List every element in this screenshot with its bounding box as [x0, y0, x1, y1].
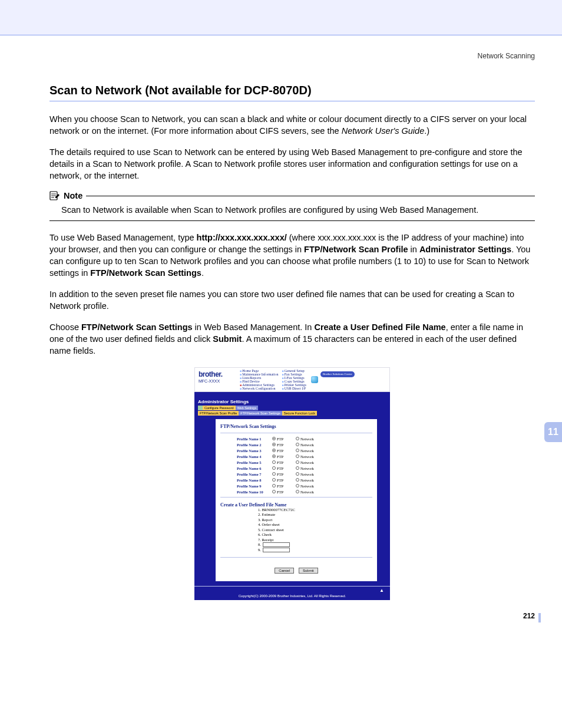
nav-link[interactable]: Network Configuration — [240, 387, 278, 390]
note-block: Note Scan to Network is available when S… — [49, 191, 535, 221]
profile-row: Profile Name 7FTPNetwork — [220, 471, 372, 477]
text: Choose — [49, 322, 81, 332]
preset-filename: 6. Check — [220, 532, 372, 537]
preset-filename: 1. BRN000077CEC72C — [220, 508, 372, 512]
text: . — [201, 268, 204, 278]
option-network: Network — [300, 443, 314, 447]
radio-ftp[interactable] — [272, 490, 276, 493]
wbm-copyright: Copyright(C) 2000-2009 Brother Industrie… — [194, 593, 390, 600]
radio-network[interactable] — [296, 466, 299, 470]
profile-label: Profile Name 4 — [237, 454, 272, 459]
option-ftp: FTP — [277, 460, 296, 465]
nav-link[interactable]: USB Direct I/F — [282, 387, 306, 390]
radio-network[interactable] — [296, 437, 299, 440]
text-bold: Administrator Settings — [419, 245, 511, 254]
user-filename-8: 8. — [220, 542, 372, 547]
radio-ftp[interactable] — [272, 484, 276, 487]
option-network: Network — [300, 437, 314, 441]
paragraph-4: In addition to the seven preset file nam… — [49, 288, 535, 312]
preset-filename: 5. Contract sheet — [220, 528, 372, 532]
tab[interactable]: FTP/Network Scan Settings — [239, 411, 282, 416]
solutions-center-button[interactable]: Brother Solutions Center — [320, 371, 355, 377]
brother-logo: brother. — [199, 370, 240, 378]
option-network: Network — [300, 472, 314, 476]
profile-row: Profile Name 1FTPNetwork — [220, 436, 372, 442]
up-triangle-icon[interactable]: ▲ — [194, 587, 390, 593]
option-ftp: FTP — [277, 484, 296, 488]
chapter-tab: 11 — [544, 422, 562, 442]
radio-network[interactable] — [296, 484, 299, 487]
tab — [198, 406, 203, 410]
user-filename-input-8[interactable] — [263, 542, 290, 547]
radio-ftp[interactable] — [272, 443, 276, 446]
profile-label: Profile Name 9 — [237, 484, 272, 488]
radio-network[interactable] — [296, 449, 299, 452]
profile-row: Profile Name 3FTPNetwork — [220, 447, 372, 453]
radio-ftp[interactable] — [272, 454, 276, 458]
radio-ftp[interactable] — [272, 437, 276, 440]
radio-network[interactable] — [296, 490, 299, 493]
model-label: MFC-XXXX — [199, 379, 240, 383]
profile-row: Profile Name 8FTPNetwork — [220, 477, 372, 483]
option-ftp: FTP — [277, 478, 296, 482]
wbm-header: brother. MFC-XXXX Home PageMaintenance I… — [194, 367, 390, 392]
text-bold: FTP/Network Scan Settings — [90, 268, 201, 278]
wbm-body: Administrator Settings Configure Passwor… — [194, 392, 390, 600]
nav-links-col2: General SetupFax SettingsI-Fax SettingsC… — [282, 369, 309, 390]
section-title: Scan to Network (Not available for DCP-8… — [49, 84, 535, 97]
paragraph-2: The details required to use Scan to Netw… — [49, 146, 535, 182]
text-bold: FTP/Network Scan Settings — [81, 322, 193, 332]
tab-strip: Configure PasswordWeb Settings FTP/Netwo… — [194, 406, 390, 416]
profile-label: Profile Name 2 — [237, 443, 272, 447]
radio-network[interactable] — [296, 460, 299, 464]
option-network: Network — [300, 449, 314, 453]
text-bold: http://xxx.xxx.xxx.xxx/ — [197, 233, 287, 242]
option-ftp: FTP — [277, 443, 296, 447]
text: .) — [424, 126, 429, 136]
radio-network[interactable] — [296, 472, 299, 476]
note-body: Scan to Network is available when Scan t… — [49, 200, 535, 220]
radio-ftp[interactable] — [272, 449, 276, 452]
page-top-band — [0, 0, 562, 35]
option-network: Network — [300, 460, 314, 465]
running-head: Network Scanning — [0, 35, 562, 60]
page-content: Scan to Network (Not available for DCP-8… — [0, 60, 562, 635]
wbm-panel: FTP/Network Scan Settings Profile Name 1… — [216, 419, 377, 581]
filename-label: 8. — [258, 542, 261, 547]
tab[interactable]: Configure Password — [203, 406, 236, 410]
radio-network[interactable] — [296, 443, 299, 446]
radio-ftp[interactable] — [272, 478, 276, 482]
profile-label: Profile Name 7 — [237, 472, 272, 476]
submit-button[interactable]: Submit — [299, 568, 318, 574]
user-filename-input-9[interactable] — [263, 548, 290, 552]
profile-row: Profile Name 4FTPNetwork — [220, 453, 372, 459]
cancel-button[interactable]: Cancel — [275, 568, 294, 574]
profile-row: Profile Name 10FTPNetwork — [220, 489, 372, 495]
radio-network[interactable] — [296, 478, 299, 482]
profile-row: Profile Name 6FTPNetwork — [220, 465, 372, 471]
tab[interactable]: FTP/Network Scan Profile — [198, 411, 239, 416]
radio-ftp[interactable] — [272, 460, 276, 464]
paragraph-5: Choose FTP/Network Scan Settings in Web … — [49, 321, 535, 357]
radio-ftp[interactable] — [272, 466, 276, 470]
filename-label: 9. — [258, 548, 261, 552]
profile-row: Profile Name 5FTPNetwork — [220, 459, 372, 465]
option-ftp: FTP — [277, 449, 296, 453]
nav-links-col1: Home PageMaintenance InformationLists/Re… — [240, 369, 282, 390]
option-ftp: FTP — [277, 454, 296, 459]
panel-title: FTP/Network Scan Settings — [220, 424, 372, 429]
user-filename-9: 9. — [220, 548, 372, 552]
text: When you choose Scan to Network, you can… — [49, 114, 527, 136]
page-number-rule — [538, 613, 541, 622]
tab[interactable]: Secure Function Lock — [282, 411, 317, 416]
radio-network[interactable] — [296, 454, 299, 458]
profile-label: Profile Name 10 — [237, 490, 272, 494]
preset-filename: 7. Receipt — [220, 538, 372, 542]
profile-label: Profile Name 5 — [237, 460, 272, 465]
tab[interactable]: Web Settings — [236, 406, 259, 410]
panel-title-2: Create a User Defined File Name — [220, 502, 372, 508]
text: To use Web Based Management, type — [49, 233, 197, 242]
option-network: Network — [300, 478, 314, 482]
page-number: 212 — [523, 612, 535, 620]
radio-ftp[interactable] — [272, 472, 276, 476]
